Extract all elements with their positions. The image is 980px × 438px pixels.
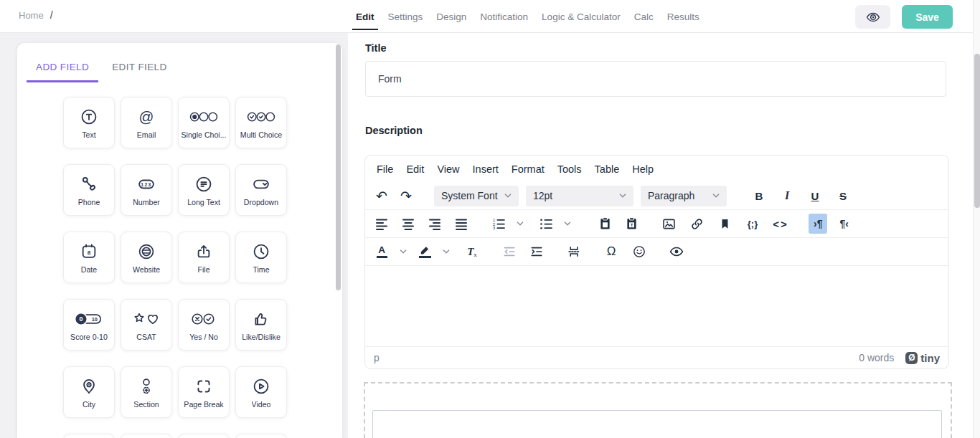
field-card-long-text[interactable]: Long Text bbox=[178, 164, 230, 216]
sidebar-scrollbar[interactable] bbox=[336, 44, 341, 437]
save-button[interactable]: Save bbox=[902, 5, 953, 29]
breadcrumb-home[interactable]: Home bbox=[19, 10, 44, 21]
tab-design[interactable]: Design bbox=[436, 0, 466, 33]
bold-button[interactable]: B bbox=[750, 186, 768, 205]
ltr-button[interactable]: ›¶ bbox=[809, 214, 827, 234]
menu-view[interactable]: View bbox=[430, 161, 466, 178]
tiny-brand[interactable]: Ø tiny bbox=[905, 352, 940, 364]
chevron-down-icon bbox=[504, 191, 512, 200]
editor-content-area[interactable] bbox=[365, 266, 948, 346]
field-card-website[interactable]: Website bbox=[121, 232, 172, 283]
field-card-dropdown[interactable]: Dropdown bbox=[235, 164, 287, 216]
page-break-button[interactable] bbox=[565, 242, 583, 261]
highlight-color-button[interactable] bbox=[415, 242, 434, 261]
strikethrough-button[interactable]: S bbox=[834, 186, 852, 205]
emoticons-button[interactable] bbox=[630, 242, 649, 261]
sidebar-tab-add-field[interactable]: ADD FIELD bbox=[27, 62, 98, 82]
field-card-text[interactable]: Text bbox=[63, 97, 115, 148]
page-scrollbar-thumb[interactable] bbox=[974, 54, 980, 208]
field-card-time[interactable]: Time bbox=[235, 232, 287, 283]
field-card-label: Long Text bbox=[187, 198, 220, 206]
field-card-csat[interactable]: CSAT bbox=[121, 299, 172, 351]
anchor-button[interactable] bbox=[715, 214, 734, 233]
field-card-single-choi[interactable]: Single Choi... bbox=[178, 97, 230, 148]
outdent-button[interactable] bbox=[500, 242, 519, 261]
align-left-button[interactable] bbox=[372, 214, 391, 233]
text-color-button[interactable]: A bbox=[372, 242, 391, 261]
dropdown-icon bbox=[250, 173, 272, 195]
clear-formatting-button[interactable]: Tx bbox=[463, 242, 481, 261]
tab-results[interactable]: Results bbox=[667, 0, 699, 33]
menu-tools[interactable]: Tools bbox=[551, 161, 588, 178]
bullet-list-menu-chevron[interactable] bbox=[558, 214, 577, 233]
field-card-email[interactable]: @Email bbox=[121, 97, 172, 148]
field-card-section[interactable]: Section bbox=[121, 366, 172, 418]
field-card-date[interactable]: 8Date bbox=[63, 232, 115, 283]
menu-file[interactable]: File bbox=[370, 161, 400, 178]
menu-edit[interactable]: Edit bbox=[400, 161, 430, 178]
menu-insert[interactable]: Insert bbox=[466, 161, 505, 178]
form-field-input[interactable] bbox=[372, 410, 942, 438]
field-card-partial[interactable] bbox=[178, 434, 230, 438]
align-justify-button[interactable] bbox=[452, 214, 471, 233]
tab-calc[interactable]: Calc bbox=[634, 0, 654, 33]
indent-button[interactable] bbox=[527, 242, 546, 261]
tab-notification[interactable]: Notification bbox=[480, 0, 528, 33]
field-drop-zone[interactable] bbox=[364, 382, 952, 438]
font-size-select[interactable]: 12pt bbox=[526, 186, 633, 206]
sidebar-scrollbar-thumb[interactable] bbox=[336, 44, 341, 290]
preview-button[interactable] bbox=[855, 5, 890, 29]
field-card-file[interactable]: File bbox=[178, 232, 230, 283]
text-color-chevron[interactable] bbox=[394, 242, 413, 261]
tab-logic-calculator[interactable]: Logic & Calculator bbox=[542, 0, 621, 33]
menu-help[interactable]: Help bbox=[626, 161, 660, 178]
bullet-list-button[interactable] bbox=[537, 214, 555, 233]
align-center-button[interactable] bbox=[399, 214, 418, 233]
rtl-button[interactable]: ¶‹ bbox=[834, 214, 853, 233]
field-card-city[interactable]: City bbox=[63, 366, 115, 418]
field-card-partial[interactable] bbox=[121, 434, 172, 438]
menu-format[interactable]: Format bbox=[505, 161, 551, 178]
field-card-page-break[interactable]: Page Break bbox=[178, 366, 230, 418]
paste-button[interactable] bbox=[595, 214, 614, 233]
align-justify-icon bbox=[454, 216, 468, 231]
align-right-button[interactable] bbox=[425, 214, 444, 233]
insert-link-button[interactable] bbox=[687, 214, 706, 233]
code-sample-button[interactable]: {;} bbox=[743, 214, 762, 233]
paste-text-icon: T bbox=[624, 216, 639, 232]
redo-button[interactable]: ↷ bbox=[397, 186, 415, 205]
insert-image-button[interactable] bbox=[659, 214, 678, 233]
italic-button[interactable]: I bbox=[778, 186, 796, 205]
field-card-partial[interactable] bbox=[235, 434, 287, 438]
highlight-color-chevron[interactable] bbox=[437, 242, 456, 261]
sidebar-tab-edit-field[interactable]: EDIT FIELD bbox=[103, 62, 176, 82]
font-select[interactable]: System Font bbox=[434, 186, 519, 206]
page-scrollbar[interactable] bbox=[973, 0, 980, 438]
field-card-partial[interactable] bbox=[63, 434, 115, 438]
field-card-like-dislike[interactable]: Like/Dislike bbox=[235, 299, 287, 351]
special-character-button[interactable]: Ω bbox=[602, 242, 621, 261]
eye-icon bbox=[669, 244, 684, 260]
numbered-list-menu-chevron[interactable] bbox=[511, 214, 529, 233]
word-count[interactable]: 0 words bbox=[859, 352, 894, 363]
source-code-button[interactable]: <> bbox=[771, 214, 790, 233]
field-card-video[interactable]: Video bbox=[235, 366, 287, 418]
tab-edit[interactable]: Edit bbox=[356, 0, 374, 33]
number-icon: 123 bbox=[136, 173, 157, 195]
field-card-phone[interactable]: Phone bbox=[63, 164, 115, 216]
field-card-yes-no[interactable]: Yes / No bbox=[178, 299, 230, 351]
title-input[interactable] bbox=[365, 61, 946, 97]
text-color-icon: A bbox=[377, 245, 387, 259]
field-card-score-0-10[interactable]: 100Score 0-10 bbox=[63, 299, 115, 351]
paste-as-text-button[interactable]: T bbox=[622, 214, 641, 233]
tab-settings[interactable]: Settings bbox=[388, 0, 423, 33]
numbered-list-button[interactable]: 123 bbox=[489, 214, 508, 233]
field-card-number[interactable]: 123Number bbox=[121, 164, 172, 216]
field-card-multi-choice[interactable]: Multi Choice bbox=[235, 97, 287, 148]
block-format-select[interactable]: Paragraph bbox=[641, 186, 727, 206]
underline-button[interactable]: U bbox=[806, 186, 824, 205]
preview-toolbar-button[interactable] bbox=[667, 242, 686, 261]
menu-table[interactable]: Table bbox=[588, 161, 626, 178]
undo-button[interactable]: ↶ bbox=[372, 186, 391, 205]
element-path[interactable]: p bbox=[374, 352, 380, 363]
